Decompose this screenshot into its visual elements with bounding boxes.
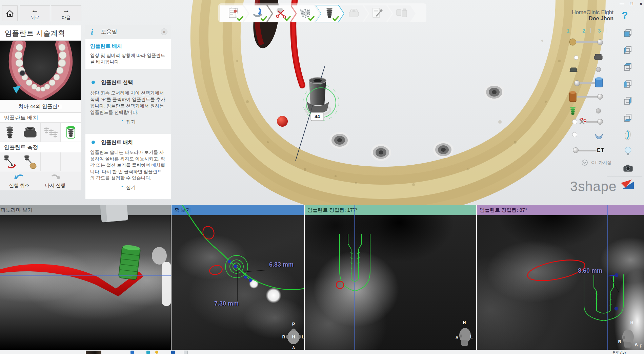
implant-opacity-knob[interactable] <box>574 80 580 86</box>
tool-sleeve[interactable] <box>20 123 41 142</box>
taskbar-app-icon[interactable] <box>130 351 134 354</box>
implant-site-thumb-ring <box>20 70 25 76</box>
ct-opacity-knob[interactable] <box>573 147 579 153</box>
collapse-section-link[interactable]: ⌃접기 <box>90 116 166 129</box>
redo-icon <box>50 172 60 181</box>
orientation-p: P <box>292 322 295 327</box>
check-icon <box>260 15 268 21</box>
tool-angle-measure[interactable] <box>0 152 20 171</box>
taskbar[interactable]: 오후 7:37 <box>0 350 644 354</box>
segmentation-knob[interactable] <box>597 119 603 125</box>
implant-angle-measure-icon <box>3 154 17 169</box>
tool-single-implant[interactable] <box>0 123 20 142</box>
scan-knob-icon <box>569 39 576 45</box>
orientation-l: L <box>470 335 472 339</box>
taskbar-app-icon[interactable] <box>155 351 158 354</box>
taskbar-app-icon[interactable] <box>171 351 175 354</box>
collapse-section-link[interactable]: ⌃접기 <box>90 181 166 195</box>
brand-mark-icon <box>620 179 636 193</box>
chevron-down-circle-icon <box>582 160 588 166</box>
axial-view-panel[interactable]: 축 보기 <box>172 205 304 350</box>
implant-cross-section[interactable] <box>225 255 249 279</box>
multi-implant-icon <box>43 126 58 139</box>
sleeve-design-icon <box>347 7 361 20</box>
bone-opacity-knob[interactable] <box>597 94 603 100</box>
chevron-up-icon: ⌃ <box>121 185 124 190</box>
help-header: i 도움말 « <box>85 25 171 38</box>
close-button[interactable]: × <box>637 1 644 7</box>
scan-opacity-knob[interactable] <box>597 39 603 45</box>
implant-aligned-177-panel[interactable]: 임플란트 정렬됨: 177° <box>305 205 476 350</box>
panel-divider <box>476 205 477 350</box>
measurement-860: 8.60 mm <box>578 267 602 274</box>
cube-left-icon[interactable] <box>623 45 632 56</box>
ct-visibility-toggle[interactable]: CT 가시성 <box>582 159 611 166</box>
cube-right-icon[interactable] <box>623 96 632 107</box>
implant-overlay-green[interactable] <box>118 244 141 280</box>
segmentation-radio[interactable] <box>572 119 577 124</box>
implant-site-ring[interactable] <box>434 142 452 157</box>
implant-site-ring[interactable] <box>485 85 503 100</box>
undo-icon <box>14 172 24 181</box>
jaw-radio[interactable] <box>572 132 577 137</box>
thumbnail-caption: 치아 44의 임플란트 <box>0 100 81 112</box>
undo-label: 실행 취소 <box>3 183 36 189</box>
abutment-visibility-dot[interactable] <box>596 67 601 72</box>
brand-name: 3shape <box>570 179 617 194</box>
tool-multi-implant[interactable] <box>41 123 61 142</box>
orientation-r: R <box>282 335 285 339</box>
help-button[interactable]: ? <box>622 9 628 21</box>
cube-top-icon[interactable] <box>623 62 632 73</box>
redo-button[interactable]: 다시 실행 <box>39 172 72 190</box>
bullet-icon <box>92 141 95 144</box>
green-implant-mini-icon <box>570 107 576 115</box>
back-button[interactable]: ← 뒤로 <box>20 5 50 21</box>
collapse-help-button[interactable]: « <box>161 28 167 35</box>
tooth-scan-icon[interactable] <box>623 129 633 142</box>
help-section-select: 임플란트 선택 상단 좌측 모서리에 치아 선택기에서 녹색 "+"를 클릭하여… <box>85 75 171 131</box>
implant-aligned-87-panel[interactable]: 임플란트 정렬됨: 87° <box>477 205 644 350</box>
home-button[interactable] <box>2 5 18 21</box>
tool-implant-green-selected[interactable] <box>61 123 81 142</box>
cube-front-left-icon[interactable] <box>623 79 632 90</box>
taskbar-photo-thumbnail[interactable] <box>86 351 101 354</box>
view-tab-2[interactable]: 2 <box>582 28 585 34</box>
visibility-sliders <box>567 34 611 159</box>
tooth-number-label: 44 <box>315 114 320 119</box>
jaw-thumbnail[interactable] <box>0 41 81 100</box>
implant-site-ring[interactable] <box>372 145 390 160</box>
tool-abutment-measure[interactable] <box>20 152 41 171</box>
taskbar-app-icon[interactable] <box>184 351 188 354</box>
orientation-a: A <box>456 335 459 340</box>
implant-site-ring[interactable] <box>330 133 349 148</box>
next-label: 다음 <box>51 15 81 21</box>
lightbulb-icon[interactable] <box>624 146 632 158</box>
view-tab-3[interactable]: 3 <box>598 28 601 34</box>
implant-analog-3d[interactable] <box>100 205 128 222</box>
page-title: 임플란트 시술계획 <box>0 25 81 41</box>
empty-cell <box>41 152 61 171</box>
camera-snapshot-icon[interactable] <box>623 164 633 173</box>
view-tab-1[interactable]: 1 <box>567 28 569 34</box>
cube-bottom-icon[interactable] <box>623 113 632 124</box>
nerve-marker-sphere[interactable] <box>277 116 288 127</box>
undo-button[interactable]: 실행 취소 <box>3 172 36 190</box>
orientation-f: F <box>640 343 642 349</box>
maximize-button[interactable]: □ <box>628 1 635 6</box>
orientation-a: A <box>635 342 638 347</box>
minimize-button[interactable]: — <box>618 1 626 6</box>
cube-front-icon[interactable] <box>623 28 632 39</box>
next-button[interactable]: → 다음 <box>51 5 81 21</box>
jaw-mini-icon <box>595 134 603 139</box>
ct-visibility-label: CT 가시성 <box>591 160 611 165</box>
panorama-view-panel[interactable]: 파노라마 보기 <box>0 205 171 350</box>
workflow-step-order[interactable] <box>220 5 248 22</box>
info-icon: i <box>91 27 93 37</box>
taskbar-app-icon[interactable] <box>146 351 150 354</box>
patient-info: HomeClinic Eight Doe Jhon <box>542 9 613 22</box>
orientation-a: A <box>292 346 295 350</box>
panorama-curve[interactable] <box>182 205 304 290</box>
green-implant-visibility-dot[interactable] <box>596 108 601 113</box>
measure-points[interactable] <box>615 273 619 311</box>
implant-outline[interactable] <box>584 274 623 321</box>
